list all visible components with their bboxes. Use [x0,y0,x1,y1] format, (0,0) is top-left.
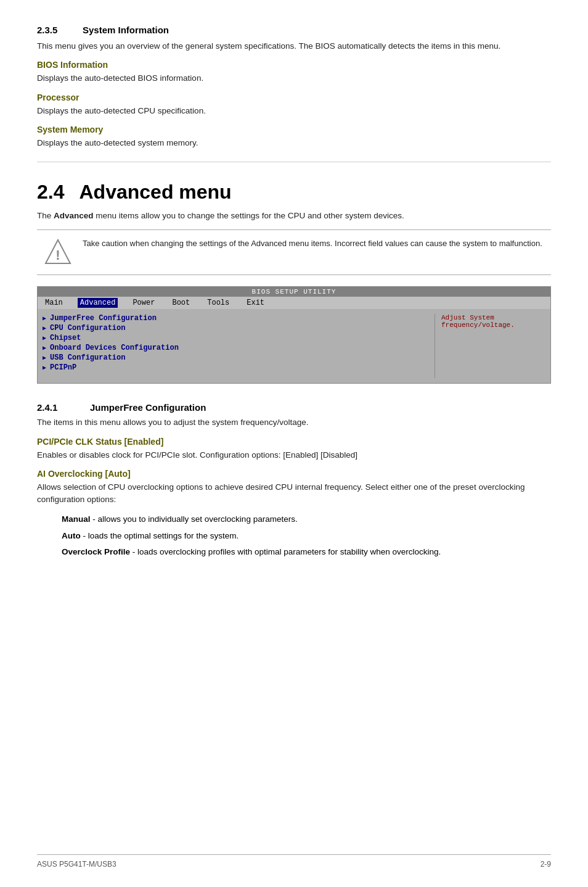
bios-menu-power[interactable]: Power [130,298,157,308]
bios-menu-main[interactable]: Main [43,298,65,308]
bios-list-cpu[interactable]: CPU Configuration [43,324,428,332]
section-235: 2.3.5 System Information This menu gives… [37,25,551,149]
bios-left-panel: JumperFree Configuration CPU Configurati… [43,314,428,378]
bios-menu-boot[interactable]: Boot [169,298,192,308]
section-241-title: JumperFree Configuration [90,402,206,413]
bios-menu-advanced[interactable]: Advanced [78,298,118,308]
manual-item: Manual - allows you to individually set … [37,513,551,526]
section-divider [37,162,551,162]
section-24-num: 2.4 [37,181,64,204]
section-24-intro: The Advanced menu items allow you to cha… [37,210,551,222]
ai-overclocking-subsection: AI Overclocking [Auto] Allows selection … [37,469,551,558]
page-footer: ASUS P5G41T-M/USB3 2-9 [37,854,551,868]
processor-body: Displays the auto-detected CPU specifica… [37,105,551,117]
pci-pcie-heading: PCI/PCIe CLK Status [Enabled] [37,437,551,447]
warning-box: ! Take caution when changing the setting… [37,229,551,275]
warning-text: Take caution when changing the settings … [83,237,542,250]
bios-list-usb[interactable]: USB Configuration [43,353,428,362]
bios-info-subsection: BIOS Information Displays the auto-detec… [37,60,551,85]
bios-list-chipset[interactable]: Chipset [43,334,428,342]
section-241-num: 2.4.1 [37,402,80,413]
section-235-num: 2.3.5 [37,25,68,35]
footer-left: ASUS P5G41T-M/USB3 [37,860,116,868]
pci-pcie-body: Enables or disables clock for PCI/PCIe s… [37,449,551,461]
bios-screenshot: BIOS SETUP UTILITY Main Advanced Power B… [37,286,551,384]
section-235-title: System Information [83,25,169,35]
svg-text:!: ! [55,247,60,263]
bios-info-body: Displays the auto-detected BIOS informat… [37,72,551,85]
overclock-profile-text: - loads overclocking profiles with optim… [130,547,441,556]
overclock-profile-bold: Overclock Profile [62,547,130,556]
bios-list-jumperfree[interactable]: JumperFree Configuration [43,314,428,323]
bios-topbar: BIOS SETUP UTILITY [38,287,550,297]
bios-right-panel: Adjust System frequency/voltage. [435,314,545,378]
bios-info-heading: BIOS Information [37,60,551,70]
auto-text: - loads the optimal settings for the sys… [81,531,239,540]
section-24-intro-suffix: menu items allow you to change the setti… [94,211,404,220]
bios-body: JumperFree Configuration CPU Configurati… [38,309,550,383]
section-24-title: Advanced menu [79,181,231,204]
section-24: 2.4 Advanced menu The Advanced menu item… [37,181,551,384]
auto-bold: Auto [62,531,81,540]
pci-pcie-subsection: PCI/PCIe CLK Status [Enabled] Enables or… [37,437,551,461]
footer-right: 2-9 [541,860,551,868]
ai-overclocking-heading: AI Overclocking [Auto] [37,469,551,479]
system-memory-subsection: System Memory Displays the auto-detected… [37,125,551,149]
overclock-profile-item: Overclock Profile - loads overclocking p… [37,546,551,558]
processor-subsection: Processor Displays the auto-detected CPU… [37,93,551,117]
manual-bold: Manual [62,514,91,524]
section-241: 2.4.1 JumperFree Configuration The items… [37,402,551,558]
section-235-intro: This menu gives you an overview of the g… [37,40,551,52]
system-memory-body: Displays the auto-detected system memory… [37,137,551,149]
section-241-intro: The items in this menu allows you to adj… [37,416,551,429]
processor-heading: Processor [37,93,551,102]
ai-overclocking-body: Allows selection of CPU overclocking opt… [37,481,551,506]
bios-list-onboard[interactable]: Onboard Devices Configuration [43,344,428,352]
manual-text: - allows you to individually set overclo… [91,514,298,524]
bios-menubar: Main Advanced Power Boot Tools Exit [38,297,550,309]
system-memory-heading: System Memory [37,125,551,134]
bios-list-pcipnp[interactable]: PCIPnP [43,363,428,372]
bios-menu-tools[interactable]: Tools [205,298,232,308]
advanced-bold: Advanced [54,211,94,220]
bios-menu-exit[interactable]: Exit [244,298,267,308]
warning-icon: ! [43,237,73,267]
auto-item: Auto - loads the optimal settings for th… [37,530,551,542]
